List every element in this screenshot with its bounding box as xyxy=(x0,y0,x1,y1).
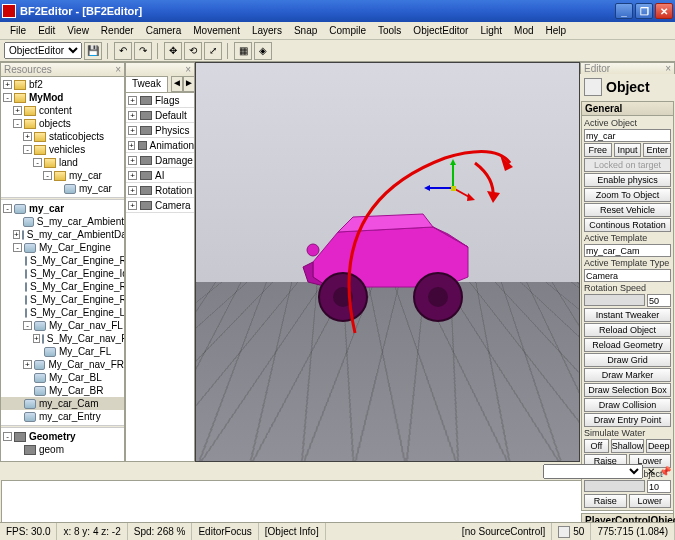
tree-item[interactable]: +S_My_Car_nav_FL_RotationR... xyxy=(1,332,124,345)
tree-toggle-icon[interactable]: + xyxy=(23,132,32,141)
resources-close-icon[interactable]: × xyxy=(115,64,121,75)
bottom-delete-icon[interactable]: ✕ xyxy=(647,466,655,477)
tree-item[interactable]: +My_Car_nav_FR xyxy=(1,358,124,371)
tree-toggle-icon[interactable]: + xyxy=(23,360,32,369)
tree-item[interactable]: S_my_car_Ambient xyxy=(1,215,124,228)
draw-grid-button[interactable]: Draw Grid xyxy=(584,353,671,367)
menu-objecteditor[interactable]: ObjectEditor xyxy=(407,23,474,38)
tree-item[interactable]: +content xyxy=(1,104,124,117)
free-button[interactable]: Free xyxy=(584,143,612,157)
reload-geometry-button[interactable]: Reload Geometry xyxy=(584,338,671,352)
tree-item[interactable]: +staticobjects xyxy=(1,130,124,143)
tree-item[interactable]: S_My_Car_Engine_Idle xyxy=(1,267,124,280)
rotation-speed-slider[interactable] xyxy=(584,294,645,306)
reset-vehicle-button[interactable]: Reset Vehicle Position xyxy=(584,203,671,217)
general-header[interactable]: General xyxy=(582,102,673,116)
tree-item[interactable]: -MyMod xyxy=(1,91,124,104)
tree-item[interactable]: my_car xyxy=(1,182,124,195)
reload-object-button[interactable]: Reload Object xyxy=(584,323,671,337)
tweak-item[interactable]: +Flags xyxy=(126,93,194,108)
menu-edit[interactable]: Edit xyxy=(32,23,61,38)
tree-item[interactable]: geom xyxy=(1,443,124,456)
transform-gizmo[interactable] xyxy=(433,163,483,215)
toolbar-redo-icon[interactable]: ↷ xyxy=(134,42,152,60)
expand-icon[interactable]: + xyxy=(128,156,137,165)
draw-marker-button[interactable]: Draw Marker xyxy=(584,368,671,382)
tree-item[interactable]: -My_Car_Engine xyxy=(1,241,124,254)
expand-icon[interactable]: + xyxy=(128,141,135,150)
tweak-item[interactable]: +AI xyxy=(126,168,194,183)
maximize-button[interactable]: ❐ xyxy=(635,3,653,19)
tree-toggle-icon[interactable]: - xyxy=(23,145,32,154)
active-template-field[interactable] xyxy=(584,244,671,257)
tree-toggle-icon[interactable]: + xyxy=(13,106,22,115)
minimize-button[interactable]: _ xyxy=(615,3,633,19)
bottom-select[interactable] xyxy=(543,464,643,479)
tweak-item[interactable]: +Default xyxy=(126,108,194,123)
tweak-prev-icon[interactable]: ◄ xyxy=(171,76,183,92)
tree-toggle-icon[interactable]: - xyxy=(43,171,52,180)
tree-toggle-icon[interactable]: - xyxy=(33,158,42,167)
close-button[interactable]: ✕ xyxy=(655,3,673,19)
tree-toggle-icon[interactable]: - xyxy=(3,93,12,102)
active-object-field[interactable] xyxy=(584,129,671,142)
tree-item[interactable]: My_Car_BR xyxy=(1,384,124,397)
tree-item[interactable]: -objects xyxy=(1,117,124,130)
tree-toggle-icon[interactable]: - xyxy=(3,204,12,213)
tree-toggle-icon[interactable]: - xyxy=(13,243,22,252)
draw-entry-button[interactable]: Draw Entry Point xyxy=(584,413,671,427)
water-deep-button[interactable]: Deep xyxy=(646,439,671,453)
tweak-next-icon[interactable]: ► xyxy=(183,76,195,92)
tree-toggle-icon[interactable]: + xyxy=(33,334,40,343)
tree-toggle-icon[interactable]: - xyxy=(13,119,22,128)
raise-lower-value[interactable] xyxy=(647,480,671,493)
menu-snap[interactable]: Snap xyxy=(288,23,323,38)
mode-select[interactable]: ObjectEditor xyxy=(4,42,82,59)
active-template-type-field[interactable] xyxy=(584,269,671,282)
enter-button[interactable]: Enter xyxy=(643,143,671,157)
tree-toggle-icon[interactable]: - xyxy=(23,321,32,330)
tree-item[interactable]: my_car_Cam xyxy=(1,397,124,410)
expand-icon[interactable]: + xyxy=(128,186,137,195)
object-lower-button[interactable]: Lower xyxy=(629,494,672,508)
tree-item[interactable]: -My_Car_nav_FL xyxy=(1,319,124,332)
toolbar-move-icon[interactable]: ✥ xyxy=(164,42,182,60)
toolbar-undo-icon[interactable]: ↶ xyxy=(114,42,132,60)
editor-close-icon[interactable]: × xyxy=(665,63,671,74)
tree-item[interactable]: +S_my_car_AmbientDamaged xyxy=(1,228,124,241)
tree-item[interactable]: -my_car xyxy=(1,202,124,215)
tree-item[interactable]: My_Car_FL xyxy=(1,345,124,358)
rotation-speed-value[interactable] xyxy=(647,294,671,307)
menu-camera[interactable]: Camera xyxy=(140,23,188,38)
draw-collision-button[interactable]: Draw Collision Center xyxy=(584,398,671,412)
expand-icon[interactable]: + xyxy=(128,96,137,105)
toolbar-save-icon[interactable]: 💾 xyxy=(84,42,102,60)
instant-tweaker-button[interactable]: Instant Tweaker xyxy=(584,308,671,322)
toolbar-rotate-icon[interactable]: ⟲ xyxy=(184,42,202,60)
expand-icon[interactable]: + xyxy=(128,126,137,135)
continuous-rotation-button[interactable]: Continous Rotation xyxy=(584,218,671,232)
input-button[interactable]: Input xyxy=(614,143,642,157)
tree-toggle-icon[interactable]: - xyxy=(3,432,12,441)
toolbar-scale-icon[interactable]: ⤢ xyxy=(204,42,222,60)
menu-mod[interactable]: Mod xyxy=(508,23,539,38)
expand-icon[interactable]: + xyxy=(128,171,137,180)
tree-item[interactable]: S_My_Car_Engine_RotationRpm xyxy=(1,254,124,267)
tweak-close-icon[interactable]: × xyxy=(185,64,191,75)
bottom-pin-icon[interactable]: 📌 xyxy=(659,466,671,477)
tweak-item[interactable]: +Camera xyxy=(126,198,194,213)
expand-icon[interactable]: + xyxy=(128,201,137,210)
toolbar-grid-icon[interactable]: ▦ xyxy=(234,42,252,60)
tweak-item[interactable]: +Rotation xyxy=(126,183,194,198)
tree-item[interactable]: -vehicles xyxy=(1,143,124,156)
tree-toggle-icon[interactable]: + xyxy=(3,80,12,89)
water-off-button[interactable]: Off xyxy=(584,439,609,453)
menu-render[interactable]: Render xyxy=(95,23,140,38)
tab-tweak[interactable]: Tweak xyxy=(125,76,168,92)
toolbar-snap-icon[interactable]: ◈ xyxy=(254,42,272,60)
tweak-item[interactable]: +Damage xyxy=(126,153,194,168)
tree-item[interactable]: S_My_Car_Engine_Rpm1 xyxy=(1,280,124,293)
tree-toggle-icon[interactable]: + xyxy=(13,230,20,239)
tweak-item[interactable]: +Animation xyxy=(126,138,194,153)
tree-item[interactable]: -land xyxy=(1,156,124,169)
